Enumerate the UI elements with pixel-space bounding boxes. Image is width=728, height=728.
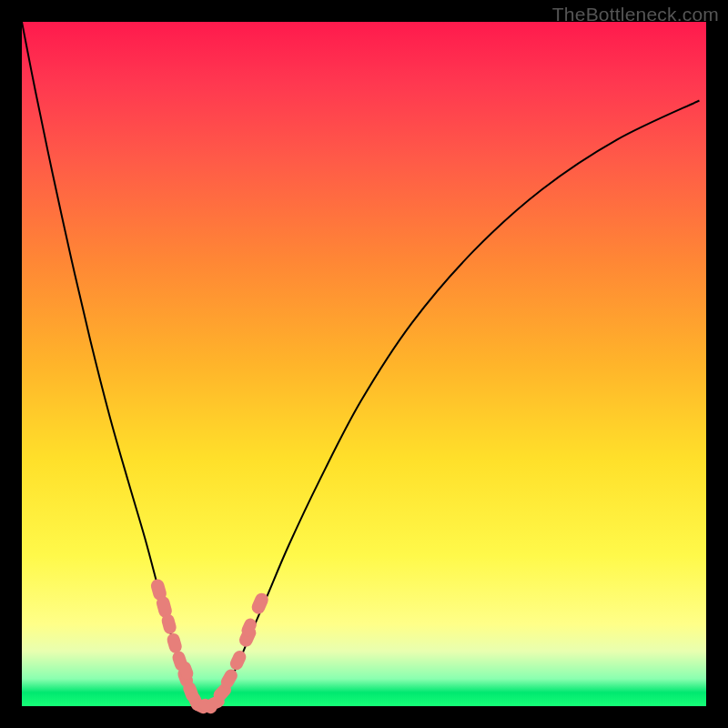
curve-marker	[166, 632, 183, 654]
bottleneck-plot	[22, 22, 706, 706]
curve-markers	[149, 578, 270, 716]
bottleneck-curve	[22, 22, 699, 707]
watermark-text: TheBottleneck.com	[552, 4, 719, 25]
chart-frame	[22, 22, 706, 706]
curve-marker	[228, 649, 248, 672]
